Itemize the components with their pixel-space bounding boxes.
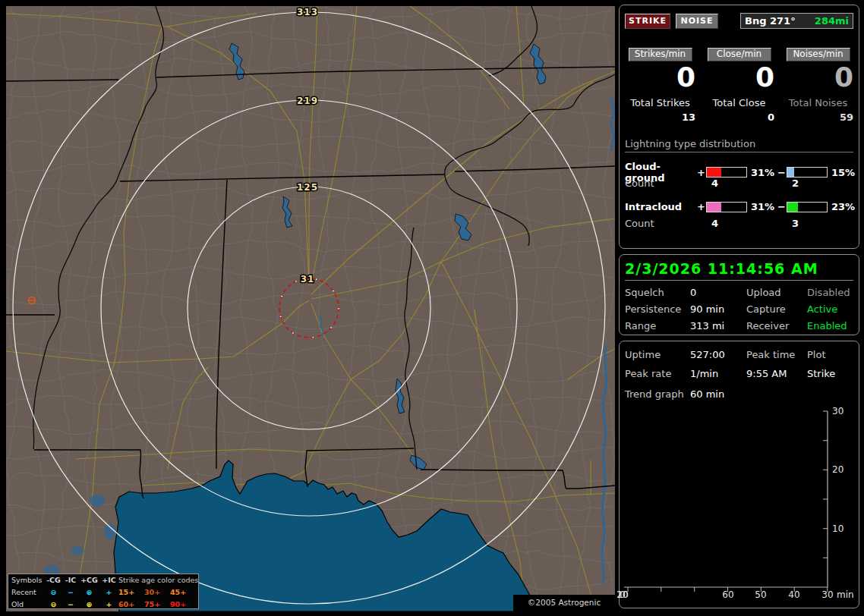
- pos-cg-recent-icon: ⊕: [79, 587, 99, 598]
- total-strikes-label: Total Strikes: [625, 97, 695, 108]
- count-label: Count: [625, 218, 697, 229]
- close-per-min-column: Close/min 0 Total Close 0: [704, 48, 774, 123]
- x-tick-60: 60: [722, 589, 733, 600]
- total-noises-value: 59: [783, 112, 853, 123]
- neg-cg-old-icon: ⊖: [45, 599, 62, 610]
- intracloud-label: Intracloud: [625, 201, 697, 212]
- system-settings-panel: 2/3/2026 11:14:56 AM Squelch 0 Upload Di…: [619, 254, 859, 335]
- legend-col-neg-ic: -IC: [62, 575, 79, 586]
- cg-plus-bar: [706, 167, 747, 178]
- strike-mode-button[interactable]: STRIKE: [625, 14, 670, 29]
- mode-button-row: STRIKE NOISE Bng 271° 284mi: [620, 5, 859, 29]
- noise-mode-button[interactable]: NOISE: [676, 14, 718, 29]
- total-close-label: Total Close: [704, 97, 774, 108]
- close-per-min-value: 0: [704, 64, 774, 91]
- receiver-label: Receiver: [746, 320, 807, 332]
- ring-label-219: 219: [297, 96, 318, 106]
- cg-minus-bar: [787, 167, 828, 178]
- age-code-30: 30+: [144, 587, 170, 598]
- legend-old-row: Old ⊖ − ⊕ + 60+ 75+ 90+: [8, 599, 198, 611]
- peak-time-label: Peak time: [746, 349, 807, 360]
- strike-counter-panel: STRIKE NOISE Bng 271° 284mi Strikes/min …: [619, 5, 859, 249]
- noises-per-min-value: 0: [783, 64, 853, 91]
- minus-sign: −: [777, 167, 787, 178]
- close-per-min-button[interactable]: Close/min: [708, 48, 771, 61]
- capture-label: Capture: [746, 303, 807, 315]
- trend-graph-axes: [623, 405, 859, 608]
- ring-label-125: 125: [297, 182, 318, 193]
- legend-recent-label: Recent: [11, 587, 45, 598]
- ic-minus-bar: [787, 202, 828, 212]
- legend-old-label: Old: [11, 599, 45, 610]
- peak-rate-value: 1/min: [690, 368, 746, 379]
- upload-status: Disabled: [807, 287, 853, 298]
- ring-label-313: 313: [297, 7, 318, 17]
- noises-per-min-button[interactable]: Noises/min: [787, 48, 850, 61]
- date-time-display: 2/3/2026 11:14:56 AM: [625, 260, 853, 281]
- legend-col-neg-cg: -CG: [45, 575, 62, 586]
- pos-ic-recent-icon: +: [99, 587, 118, 598]
- trend-graph-label: Trend graph: [625, 388, 690, 400]
- neg-ic-old-icon: −: [62, 599, 79, 610]
- persistence-label: Persistence: [625, 303, 690, 315]
- neg-cg-recent-icon: ⊖: [45, 587, 62, 598]
- trend-window-value: 60 min: [690, 388, 853, 400]
- legend-header-row: Symbols -CG -IC +CG +IC Strike age color…: [8, 574, 198, 586]
- age-code-45: 45+: [170, 587, 196, 598]
- cloud-ground-count-row: Count 4 2: [625, 178, 853, 189]
- trend-graph-plot: 30 20 10 60 50 40 30 20 10 0 min: [623, 405, 859, 608]
- legend-recent-row: Recent ⊖ − ⊕ + 15+ 30+ 45+: [8, 586, 198, 599]
- intracloud-row: Intracloud + 31% − 23%: [625, 201, 853, 212]
- intracloud-count-row: Count 4 3: [625, 218, 853, 229]
- strikes-per-min-column: Strikes/min 0 Total Strikes 13: [625, 48, 695, 123]
- plot-label: Plot: [807, 349, 853, 360]
- upload-label: Upload: [746, 287, 807, 298]
- ic-minus-count: 3: [787, 218, 828, 229]
- legend-col-pos-cg: +CG: [79, 575, 99, 586]
- y-tick-20: 20: [832, 464, 844, 475]
- squelch-value: 0: [690, 287, 746, 298]
- peak-rate-label: Peak rate: [625, 368, 690, 379]
- trend-panel: Uptime 527:00 Peak time Plot Peak rate 1…: [619, 341, 859, 608]
- bearing-value: Bng 271°: [745, 15, 796, 27]
- ic-plus-count: 4: [706, 218, 747, 229]
- cg-plus-percent: 31%: [747, 167, 777, 178]
- age-code-60: 60+: [118, 599, 144, 610]
- peak-time-value: 9:55 AM: [746, 368, 807, 379]
- legend-symbols-header: Symbols: [11, 575, 45, 586]
- y-tick-30: 30: [832, 406, 844, 416]
- neg-ic-recent-icon: −: [62, 587, 79, 598]
- ic-minus-percent: 23%: [828, 201, 855, 212]
- x-tick-0: 0: [620, 589, 626, 600]
- ring-label-31: 31: [301, 274, 315, 284]
- range-label: Range: [625, 320, 690, 332]
- cg-plus-count: 4: [706, 178, 747, 189]
- plus-sign: +: [697, 167, 706, 178]
- stats-grid: Uptime 527:00 Peak time Plot Peak rate 1…: [620, 341, 859, 379]
- minus-sign: −: [777, 201, 787, 212]
- cg-minus-percent: 15%: [828, 167, 855, 178]
- ic-plus-bar: [706, 202, 747, 212]
- x-tick-50: 50: [755, 589, 766, 600]
- cg-minus-count: 2: [787, 178, 828, 189]
- cloud-ground-row: Cloud-ground + 31% − 15%: [625, 161, 853, 172]
- plot-mode-value: Strike: [807, 368, 853, 379]
- total-strikes-value: 13: [625, 112, 695, 123]
- range-value: 313 mi: [690, 320, 746, 332]
- squelch-label: Squelch: [625, 287, 690, 298]
- lightning-type-distribution: Lightning type distribution Cloud-ground…: [620, 138, 859, 229]
- age-code-15: 15+: [118, 587, 144, 598]
- nexstorm-app: 313 219 125 31 Symbols -CG -IC +CG +IC S…: [0, 0, 864, 616]
- copyright-text: ©2005 Astrogenic Systems: [513, 595, 615, 611]
- persistence-value: 90 min: [690, 303, 746, 315]
- pos-ic-old-icon: +: [99, 599, 118, 610]
- ic-plus-percent: 31%: [747, 201, 777, 212]
- total-noises-label: Total Noises: [783, 97, 853, 108]
- uptime-value: 527:00: [690, 349, 746, 360]
- bearing-distance: 284mi: [815, 15, 849, 27]
- legend-age-title: Strike age color codes: [118, 575, 196, 586]
- lightning-map[interactable]: 313 219 125 31 Symbols -CG -IC +CG +IC S…: [6, 6, 615, 611]
- status-column: STRIKE NOISE Bng 271° 284mi Strikes/min …: [619, 5, 859, 608]
- strikes-per-min-button[interactable]: Strikes/min: [629, 48, 692, 61]
- capture-status: Active: [807, 303, 853, 315]
